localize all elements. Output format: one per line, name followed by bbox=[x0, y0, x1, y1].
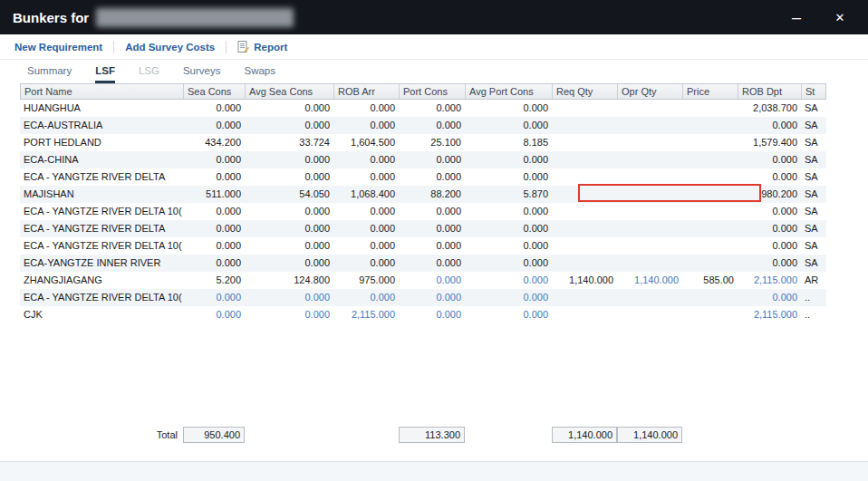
cell[interactable]: 0.000 bbox=[245, 151, 333, 168]
cell[interactable]: 1,579.400 bbox=[738, 134, 801, 151]
cell[interactable] bbox=[682, 237, 738, 255]
cell[interactable]: 585.00 bbox=[682, 272, 738, 289]
cell[interactable] bbox=[617, 237, 682, 255]
cell[interactable]: 0.000 bbox=[183, 255, 245, 272]
cell[interactable]: 1,068.400 bbox=[333, 186, 399, 203]
table-row[interactable]: ECA - YANGTZE RIVER DELTA0.0000.0000.000… bbox=[20, 168, 826, 186]
column-header-port-cons[interactable]: Port Cons bbox=[400, 84, 466, 99]
column-header-price[interactable]: Price bbox=[683, 84, 738, 99]
cell[interactable] bbox=[552, 203, 617, 220]
cell[interactable]: 0.000 bbox=[245, 306, 333, 323]
cell[interactable]: 511.000 bbox=[183, 186, 245, 203]
cell[interactable]: 0.000 bbox=[333, 168, 399, 186]
cell[interactable]: 0.000 bbox=[465, 237, 552, 255]
cell[interactable]: 8.185 bbox=[465, 134, 552, 151]
cell[interactable] bbox=[552, 220, 617, 237]
tab-surveys[interactable]: Surveys bbox=[183, 65, 221, 83]
cell[interactable] bbox=[617, 186, 682, 203]
column-header-req-qty[interactable]: Req Qty bbox=[553, 84, 618, 99]
cell[interactable]: PORT HEDLAND bbox=[20, 134, 183, 151]
cell[interactable] bbox=[682, 203, 738, 220]
cell[interactable] bbox=[552, 168, 617, 186]
cell[interactable]: 0.000 bbox=[465, 220, 552, 237]
cell[interactable]: 0.000 bbox=[245, 168, 333, 186]
tab-summary[interactable]: Summary bbox=[27, 65, 72, 83]
column-header-opr-qty[interactable]: Opr Qty bbox=[618, 84, 683, 99]
cell[interactable]: 124.800 bbox=[245, 272, 333, 289]
cell[interactable]: 2,115.000 bbox=[738, 272, 801, 289]
cell[interactable]: ECA - YANGTZE RIVER DELTA 10( bbox=[20, 289, 183, 306]
cell[interactable] bbox=[552, 289, 617, 306]
cell[interactable] bbox=[682, 220, 738, 237]
cell[interactable]: 0.000 bbox=[399, 237, 465, 255]
cell[interactable]: .. bbox=[801, 289, 826, 306]
column-header-sea-cons[interactable]: Sea Cons bbox=[184, 84, 246, 99]
cell[interactable] bbox=[552, 100, 617, 117]
cell[interactable]: 975.000 bbox=[333, 272, 399, 289]
cell[interactable]: 0.000 bbox=[183, 220, 245, 237]
cell[interactable]: 0.000 bbox=[399, 117, 465, 134]
cell[interactable]: 0.000 bbox=[738, 237, 801, 255]
new-requirement-button[interactable]: New Requirement bbox=[14, 42, 113, 53]
table-row[interactable]: ZHANGJIAGANG5.200124.800975.0000.0000.00… bbox=[20, 272, 826, 289]
cell[interactable]: 0.000 bbox=[465, 272, 552, 289]
cell[interactable] bbox=[682, 255, 738, 272]
cell[interactable]: ECA-YANGTZE INNER RIVER bbox=[20, 255, 183, 272]
cell[interactable]: 0.000 bbox=[399, 289, 465, 306]
cell[interactable]: 0.000 bbox=[465, 100, 552, 117]
cell[interactable]: 0.000 bbox=[465, 117, 552, 134]
cell[interactable]: .. bbox=[801, 306, 826, 323]
cell[interactable]: 0.000 bbox=[738, 220, 801, 237]
column-header-rob-dpt[interactable]: ROB Dpt bbox=[738, 84, 802, 99]
cell[interactable] bbox=[617, 289, 682, 306]
cell[interactable]: 0.000 bbox=[333, 220, 399, 237]
cell[interactable]: SA bbox=[801, 237, 826, 255]
cell[interactable] bbox=[682, 289, 738, 306]
cell[interactable]: 0.000 bbox=[183, 203, 245, 220]
cell[interactable]: 2,115.000 bbox=[333, 306, 399, 323]
table-row[interactable]: ECA - YANGTZE RIVER DELTA 10(0.0000.0000… bbox=[20, 203, 826, 220]
column-header-rob-arr[interactable]: ROB Arr bbox=[334, 84, 400, 99]
cell[interactable]: SA bbox=[801, 203, 826, 220]
cell[interactable]: 0.000 bbox=[245, 237, 333, 255]
cell[interactable]: 0.000 bbox=[183, 237, 245, 255]
cell[interactable]: 0.000 bbox=[738, 117, 801, 134]
cell[interactable]: 0.000 bbox=[183, 117, 245, 134]
cell[interactable]: SA bbox=[801, 220, 826, 237]
cell[interactable]: 0.000 bbox=[183, 151, 245, 168]
cell[interactable] bbox=[552, 117, 617, 134]
cell[interactable] bbox=[552, 306, 617, 323]
cell[interactable]: 434.200 bbox=[183, 134, 245, 151]
cell[interactable]: 0.000 bbox=[465, 203, 552, 220]
cell[interactable]: 980.200 bbox=[738, 186, 801, 203]
cell[interactable] bbox=[617, 100, 682, 117]
cell[interactable]: SA bbox=[801, 100, 826, 117]
cell[interactable]: 2,115.000 bbox=[738, 306, 801, 323]
close-button[interactable]: ✕ bbox=[825, 11, 855, 24]
cell[interactable]: 1,140.000 bbox=[617, 272, 682, 289]
cell[interactable] bbox=[682, 134, 738, 151]
table-row[interactable]: ECA - YANGTZE RIVER DELTA0.0000.0000.000… bbox=[20, 220, 826, 237]
cell[interactable] bbox=[617, 255, 682, 272]
table-row[interactable]: MAJISHAN511.00054.0501,068.40088.2005.87… bbox=[20, 186, 826, 203]
cell[interactable]: 0.000 bbox=[333, 237, 399, 255]
cell[interactable]: 0.000 bbox=[399, 151, 465, 168]
cell[interactable]: 0.000 bbox=[465, 255, 552, 272]
cell[interactable]: SA bbox=[801, 117, 826, 134]
cell[interactable] bbox=[617, 203, 682, 220]
cell[interactable]: 0.000 bbox=[465, 151, 552, 168]
table-row[interactable]: ECA-YANGTZE INNER RIVER0.0000.0000.0000.… bbox=[20, 255, 826, 272]
tab-swaps[interactable]: Swaps bbox=[245, 65, 276, 83]
cell[interactable]: 33.724 bbox=[245, 134, 333, 151]
report-button[interactable]: Report bbox=[227, 41, 298, 53]
cell[interactable]: 0.000 bbox=[738, 289, 801, 306]
cell[interactable]: ECA - YANGTZE RIVER DELTA bbox=[20, 168, 183, 186]
cell[interactable]: ECA - YANGTZE RIVER DELTA bbox=[20, 220, 183, 237]
cell[interactable] bbox=[682, 306, 738, 323]
cell[interactable]: 0.000 bbox=[399, 220, 465, 237]
cell[interactable]: ECA - YANGTZE RIVER DELTA 10( bbox=[20, 203, 183, 220]
cell[interactable]: 25.100 bbox=[399, 134, 465, 151]
table-row[interactable]: ECA - YANGTZE RIVER DELTA 10(0.0000.0000… bbox=[20, 289, 826, 306]
table-row[interactable]: HUANGHUA0.0000.0000.0000.0000.0002,038.7… bbox=[20, 100, 826, 117]
cell[interactable]: SA bbox=[801, 151, 826, 168]
